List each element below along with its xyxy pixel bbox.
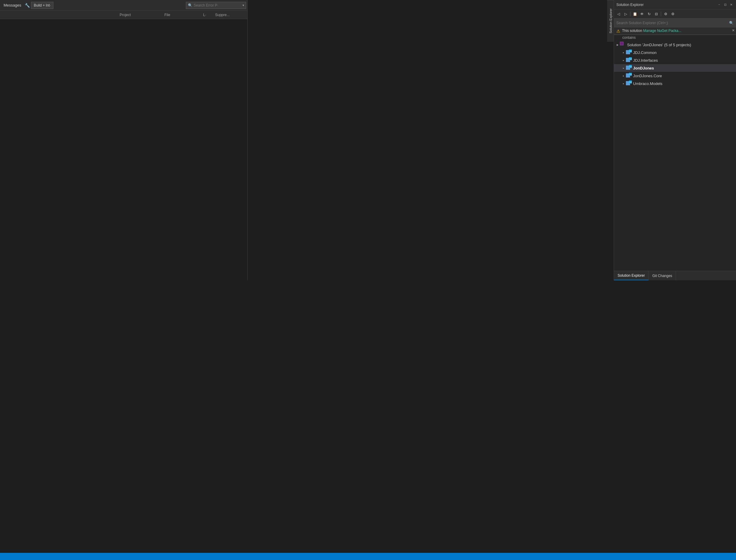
se-search-icon: 🔍 xyxy=(729,21,734,25)
solution-expand-icon: ▶ xyxy=(615,42,620,47)
tab-git-changes-label: Git Changes xyxy=(652,274,672,278)
nuget-link[interactable]: Manage NuGet Packa... xyxy=(643,29,681,33)
error-list-panel: Messages 🔧 Build + Int· 🔍 ▾ Project File… xyxy=(0,0,248,280)
jdj-interfaces-icon: C# xyxy=(626,57,632,63)
se-toolbar: ◁ ▷ 📋 👁 ↻ ⊟ ⚙ ⚙ xyxy=(614,10,736,18)
tab-git-changes[interactable]: Git Changes xyxy=(649,271,676,280)
jdj-common-icon: C# xyxy=(626,49,632,55)
vertical-tab-solution-explorer[interactable]: Solution Explorer xyxy=(607,0,614,42)
solution-explorer-panel: Solution Explorer − ⊡ ✕ ◁ ▷ 📋 👁 ↻ ⊟ ⚙ ⚙ … xyxy=(614,0,736,280)
se-title-icons: − ⊡ ✕ xyxy=(717,2,734,7)
se-search-input[interactable] xyxy=(616,21,728,25)
project-item-jdj-common[interactable]: ▸ C# JDJ.Common xyxy=(614,49,736,56)
vertical-tab-label: Solution Explorer xyxy=(609,9,613,34)
se-tree: ▶ Solution 'JonDJones' (5 of 5 projects)… xyxy=(614,41,736,271)
messages-tab-label: Messages xyxy=(1,2,24,9)
jondjones-icon: C# xyxy=(626,65,632,71)
col-suppress-header: Suppre... xyxy=(215,13,245,17)
se-bottom-tabs: Solution Explorer Git Changes xyxy=(614,271,736,280)
se-back-btn[interactable]: ◁ xyxy=(615,11,622,17)
se-show-all-btn[interactable]: 👁 xyxy=(639,11,645,17)
jdj-interfaces-label: JDJ.Interfaces xyxy=(633,58,658,63)
warning-this-solution: This solution xyxy=(622,29,642,33)
error-list-toolbar: Messages 🔧 Build + Int· 🔍 ▾ xyxy=(0,0,247,11)
umbraco-models-icon: C# xyxy=(626,81,632,86)
project-item-jondjones[interactable]: ▸ C# JonDJones xyxy=(614,64,736,72)
jondjones-label: JonDJones xyxy=(633,66,654,70)
search-dropdown-icon: ▾ xyxy=(242,4,244,7)
col-line-header: L· xyxy=(203,13,215,17)
banner-close-btn[interactable]: ✕ xyxy=(732,29,735,32)
toolbar-icon: 🔧 xyxy=(25,3,30,8)
warning-banner: ⚠ This solution Manage NuGet Packa... ✕ xyxy=(614,27,736,35)
col-file-header: File xyxy=(164,13,203,17)
se-title: Solution Explorer xyxy=(616,3,717,7)
se-collapse-all-btn[interactable]: ⊟ xyxy=(653,11,660,17)
se-forward-btn[interactable]: ▷ xyxy=(622,11,629,17)
umbraco-models-expand: ▸ xyxy=(621,81,626,86)
search-error-input[interactable] xyxy=(194,3,241,7)
error-list-body xyxy=(0,19,247,280)
se-properties-btn[interactable]: 📋 xyxy=(632,11,638,17)
tab-solution-explorer[interactable]: Solution Explorer xyxy=(614,271,649,280)
error-list-columns: Project File L· Suppre... xyxy=(0,11,247,19)
search-error-box: 🔍 ▾ xyxy=(186,2,246,9)
banner-contains: contains xyxy=(614,35,736,41)
se-filter-btn[interactable]: ⚙ xyxy=(662,11,669,17)
col-project-header: Project xyxy=(120,13,164,17)
se-toolbar-sep1 xyxy=(630,12,630,16)
solution-root-item[interactable]: ▶ Solution 'JonDJones' (5 of 5 projects) xyxy=(614,41,736,49)
dock-icon[interactable]: ⊡ xyxy=(723,2,728,7)
se-settings-btn[interactable]: ⚙ xyxy=(670,11,676,17)
project-item-jondjones-core[interactable]: ▸ C# JonDJones.Core xyxy=(614,72,736,80)
project-item-jdj-interfaces[interactable]: ▸ C# JDJ.Interfaces xyxy=(614,56,736,64)
se-search-bar: 🔍 xyxy=(614,18,736,27)
tab-solution-explorer-label: Solution Explorer xyxy=(618,273,645,278)
warning-icon: ⚠ xyxy=(616,29,620,33)
jdj-common-expand: ▸ xyxy=(621,50,626,55)
jondjones-core-label: JonDJones.Core xyxy=(633,74,662,78)
close-icon[interactable]: ✕ xyxy=(729,2,734,7)
umbraco-models-label: Umbraco.Models xyxy=(633,81,662,86)
project-item-umbraco-models[interactable]: ▸ C# Umbraco.Models xyxy=(614,80,736,87)
pin-icon[interactable]: − xyxy=(717,2,722,7)
solution-icon xyxy=(620,42,626,48)
search-icon: 🔍 xyxy=(188,3,192,7)
jondjones-core-icon: C# xyxy=(626,73,632,79)
jdj-common-label: JDJ.Common xyxy=(633,50,657,55)
solution-label: Solution 'JonDJones' (5 of 5 projects) xyxy=(627,43,691,47)
warning-text-content: This solution Manage NuGet Packa... xyxy=(622,29,734,33)
status-bar xyxy=(0,553,736,560)
jdj-interfaces-expand: ▸ xyxy=(621,58,626,63)
build-int-button[interactable]: Build + Int· xyxy=(31,2,53,9)
se-title-bar: Solution Explorer − ⊡ ✕ xyxy=(614,0,736,10)
jondjones-expand: ▸ xyxy=(621,66,626,70)
se-refresh-btn[interactable]: ↻ xyxy=(646,11,653,17)
jondjones-core-expand: ▸ xyxy=(621,73,626,78)
